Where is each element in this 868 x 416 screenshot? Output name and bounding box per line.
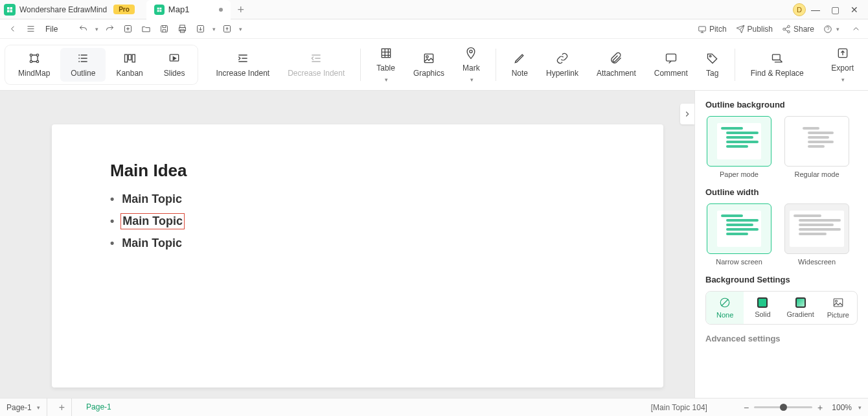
graphics-button[interactable]: Graphics [404,48,453,82]
side-panel: Outline background Paper mode Regular mo… [694,91,868,398]
gradient-swatch-icon [795,297,806,308]
increase-indent-button[interactable]: Increase Indent [207,48,279,82]
titlebar: Wondershare EdrawMind Pro Map1 + D — ▢ ✕ [0,0,868,19]
app-logo-icon [4,4,16,16]
new-button[interactable] [120,22,135,36]
back-button[interactable] [5,22,19,36]
attachment-button[interactable]: Attachment [588,48,645,82]
bg-none-option[interactable]: None [706,292,744,324]
publish-button[interactable]: Publish [736,25,773,34]
redo-button[interactable] [102,22,117,36]
svg-point-13 [36,54,38,56]
undo-button[interactable] [76,22,90,36]
export-quick-button[interactable] [193,22,207,36]
regular-mode-option[interactable]: Regular mode [783,116,851,178]
zoom-out-button[interactable]: − [744,402,749,413]
share-dropdown[interactable]: ▾ [239,26,242,32]
bg-settings-title: Background Settings [705,275,858,284]
share-button[interactable]: Share [782,25,814,34]
collapse-ribbon-button[interactable] [849,22,863,36]
open-button[interactable] [139,22,153,36]
export-button[interactable]: Export▾ [822,43,863,87]
svg-point-23 [470,50,472,52]
table-button[interactable]: Table▾ [367,43,404,87]
outline-paper: Main Idea Main Topic Main Topic Main Top… [52,124,663,387]
pitch-button[interactable]: Pitch [698,25,727,34]
bg-solid-option[interactable]: Solid [744,292,781,324]
selection-info: [Main Topic 104] [651,403,707,412]
advanced-settings-title[interactable]: Advanced settings [705,334,858,343]
svg-rect-1 [161,26,167,32]
pro-badge: Pro [113,5,135,14]
solid-swatch-icon [757,297,768,308]
zoom-control: − + 100%▾ [744,402,862,413]
main-area: Main Idea Main Topic Main Topic Main Top… [0,91,868,398]
comment-button[interactable]: Comment [645,48,697,82]
slides-view-button[interactable]: Slides [154,48,196,82]
page-selector[interactable]: Page-1▾ [6,399,47,416]
paper-mode-option[interactable]: Paper mode [705,116,773,178]
outline-topic-list: Main Topic Main Topic Main Topic [110,189,605,254]
print-button[interactable] [175,22,189,36]
svg-point-22 [426,55,428,57]
share-quick-button[interactable] [220,22,234,36]
bg-settings-group: None Solid Gradient Picture [705,291,858,325]
note-button[interactable]: Note [503,48,537,82]
narrow-screen-option[interactable]: Narrow screen [705,203,773,266]
svg-rect-20 [382,49,390,57]
svg-point-14 [30,60,32,62]
zoom-slider[interactable] [754,406,812,408]
mark-button[interactable]: Mark▾ [453,43,489,87]
undo-dropdown[interactable]: ▾ [95,26,98,32]
bg-picture-option[interactable]: Picture [819,292,857,324]
export-dropdown[interactable]: ▾ [212,26,216,32]
tag-button[interactable]: Tag [697,48,728,82]
zoom-in-button[interactable]: + [817,402,823,413]
tab-modified-dot-icon [219,8,223,12]
add-page-button[interactable]: + [52,399,72,416]
svg-rect-17 [128,54,131,60]
svg-point-9 [783,28,786,30]
minimize-button[interactable]: — [806,5,825,15]
mindmap-view-button[interactable]: MindMap [8,48,60,82]
svg-rect-7 [699,26,706,30]
find-replace-button[interactable]: Find & Replace [742,48,813,82]
svg-point-12 [30,54,32,56]
outline-view-button[interactable]: Outline [60,48,106,82]
canvas[interactable]: Main Idea Main Topic Main Topic Main Top… [0,91,694,398]
kanban-view-button[interactable]: Kanban [106,48,153,82]
svg-rect-24 [666,54,676,61]
quick-toolbar: File ▾ ▾ ▾ Pitch Publish Share ▾ [0,19,868,39]
document-tab[interactable]: Map1 [146,0,231,19]
maximize-button[interactable]: ▢ [825,5,845,15]
outline-topic-item[interactable]: Main Topic [110,189,605,210]
collapse-panel-button[interactable] [680,104,694,124]
menu-button[interactable] [23,22,38,36]
close-button[interactable]: ✕ [845,5,864,15]
outline-topic-item[interactable]: Main Topic [110,233,605,254]
outline-width-title: Outline width [705,187,858,197]
page-tab[interactable]: Page-1 [77,399,120,416]
svg-point-10 [788,30,790,33]
decrease-indent-button: Decrease Indent [279,48,354,82]
hyperlink-button[interactable]: Hyperlink [537,48,588,82]
svg-rect-21 [424,54,433,62]
save-button[interactable] [157,22,171,36]
bg-gradient-option[interactable]: Gradient [782,292,819,324]
outline-main-idea[interactable]: Main Idea [110,161,605,181]
user-avatar[interactable]: D [793,3,806,16]
svg-rect-16 [125,54,128,62]
app-title: Wondershare EdrawMind [19,5,107,14]
widescreen-option[interactable]: Widescreen [783,203,851,266]
help-button[interactable]: ▾ [823,25,839,34]
outline-topic-item[interactable]: Main Topic [110,210,605,233]
file-menu[interactable]: File [45,25,58,34]
svg-rect-18 [132,54,135,62]
add-tab-button[interactable]: + [237,4,244,16]
doc-tab-icon [154,5,165,15]
statusbar: Page-1▾ + Page-1 [Main Topic 104] − + 10… [0,398,868,416]
svg-rect-26 [772,54,780,60]
svg-point-15 [36,60,38,62]
doc-tab-label: Map1 [168,5,190,14]
zoom-value[interactable]: 100% [832,403,852,412]
